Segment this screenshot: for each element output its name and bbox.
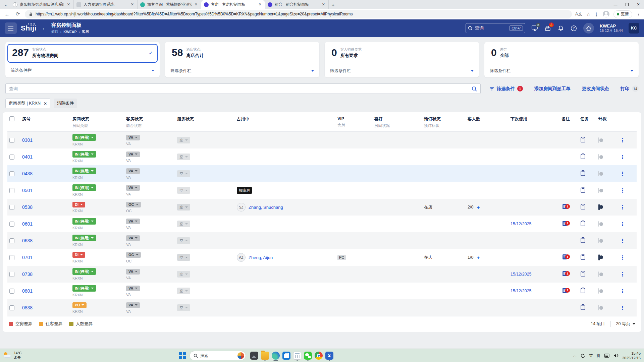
row-menu-icon[interactable]: ⋮	[620, 254, 634, 261]
tab-close-icon[interactable]: ✕	[321, 2, 326, 7]
room-number-link[interactable]: 0738	[22, 272, 72, 277]
task-clipboard-icon[interactable]	[580, 307, 586, 311]
app-calculator-icon[interactable]	[292, 349, 303, 362]
tab-close-icon[interactable]: ✕	[194, 2, 198, 7]
search-submit-icon[interactable]	[472, 86, 477, 92]
room-number-link[interactable]: 0438	[22, 171, 72, 176]
translate-icon[interactable]: A文	[575, 11, 583, 17]
notes-icon[interactable]: 2	[561, 223, 568, 228]
touch-keyboard-icon[interactable]	[604, 353, 609, 358]
room-number-link[interactable]: 0538	[22, 204, 72, 210]
task-clipboard-icon[interactable]	[580, 189, 586, 194]
notes-icon[interactable]: 1	[561, 290, 568, 295]
header-search-input[interactable]: 查询 Ctrl+/	[466, 23, 525, 33]
eco-toggle[interactable]	[598, 254, 600, 260]
row-menu-icon[interactable]: ⋮	[620, 271, 634, 278]
home-icon[interactable]	[583, 23, 594, 34]
row-menu-icon[interactable]: ⋮	[620, 305, 634, 311]
service-status-select[interactable]: 空	[177, 237, 190, 244]
housekeeping-status-badge[interactable]: VA	[126, 302, 140, 308]
hidden-icons-chevron[interactable]: ︿	[573, 353, 577, 358]
row-menu-icon[interactable]: ⋮	[620, 187, 634, 194]
speaker-icon[interactable]	[613, 353, 619, 358]
ime-language-indicator[interactable]: 英	[589, 353, 593, 358]
housekeeping-status-badge[interactable]: OC	[126, 202, 141, 207]
row-checkbox[interactable]	[9, 155, 14, 160]
stat-filter-bar[interactable]: 筛选条件栏	[170, 65, 315, 77]
row-checkbox[interactable]	[9, 222, 14, 227]
new-tab-button[interactable]: +	[329, 0, 337, 9]
browser-menu-icon[interactable]: ⋮	[636, 12, 641, 17]
browser-tab-1[interactable]: 贵阳机场智选假日酒店系统网址导✕	[10, 0, 74, 9]
row-checkbox[interactable]	[9, 188, 14, 193]
browser-profile-avatar[interactable]	[603, 11, 609, 17]
row-checkbox[interactable]	[9, 289, 14, 294]
notifications-bell-icon[interactable]	[557, 24, 565, 32]
row-checkbox[interactable]	[9, 238, 14, 243]
eco-toggle[interactable]	[598, 137, 599, 143]
url-bar[interactable]: https://cn1.web.ep.shiji.world/housekeep…	[25, 10, 572, 18]
tab-search-chevron-icon[interactable]: ⌄	[1, 0, 10, 9]
search-highlights-icon[interactable]	[237, 352, 244, 359]
room-type-filter-chip[interactable]: 房间类型 | KRXN ✕	[5, 99, 50, 108]
taskbar-clock[interactable]: 15:45 2025/12/15	[622, 351, 641, 361]
add-guest-icon[interactable]: +	[477, 204, 480, 210]
breadcrumb-section[interactable]: 客房	[82, 29, 89, 34]
breadcrumb-property[interactable]: KWEAP	[63, 30, 76, 34]
room-status-badge[interactable]: DI	[72, 202, 85, 207]
sync-icon[interactable]	[580, 353, 585, 358]
task-clipboard-icon[interactable]	[580, 156, 586, 161]
print-button[interactable]: 打印 14	[621, 85, 639, 92]
next-use-date[interactable]: 15/12/2025	[511, 272, 532, 277]
notes-icon[interactable]: 1	[561, 273, 568, 278]
chip-remove-icon[interactable]: ✕	[44, 101, 47, 106]
ime-mode-indicator[interactable]: 拼	[596, 353, 600, 358]
housekeeping-status-badge[interactable]: VA	[126, 185, 140, 191]
service-status-select[interactable]: 空	[177, 137, 190, 143]
eco-toggle[interactable]	[598, 221, 599, 227]
room-number-link[interactable]: 0701	[22, 255, 72, 260]
housekeeping-status-badge[interactable]: OC	[126, 252, 141, 258]
eco-toggle[interactable]	[598, 305, 599, 310]
back-icon[interactable]: ←	[3, 11, 11, 17]
housekeeping-status-badge[interactable]: VA	[126, 269, 140, 275]
app-edge-icon[interactable]	[270, 349, 281, 362]
cashier-icon[interactable]: 🔒	[544, 24, 551, 32]
room-status-badge[interactable]: IN (停用)	[72, 285, 96, 292]
start-button[interactable]	[178, 352, 186, 360]
service-status-select[interactable]: 空	[177, 187, 190, 194]
eco-toggle[interactable]	[598, 204, 600, 210]
bookmark-star-icon[interactable]: ☆	[586, 12, 590, 17]
service-status-select[interactable]: 空	[177, 271, 190, 278]
housekeeping-status-badge[interactable]: VA	[126, 235, 140, 241]
housekeeping-status-badge[interactable]: VA	[126, 152, 140, 157]
notes-icon[interactable]: 1	[561, 206, 568, 211]
window-close-button[interactable]: ✕	[633, 0, 644, 9]
room-status-badge[interactable]: PU	[72, 302, 87, 308]
room-number-link[interactable]: 0601	[22, 221, 72, 227]
row-checkbox[interactable]	[9, 205, 14, 210]
housekeeping-status-badge[interactable]: VA	[126, 135, 140, 140]
app-finance-icon[interactable]: ¥	[324, 349, 335, 362]
taskbar-weather-widget[interactable]: 14°C 多云	[0, 351, 21, 360]
select-all-checkbox[interactable]	[9, 116, 14, 121]
housekeeping-status-badge[interactable]: VA	[126, 286, 140, 291]
room-status-badge[interactable]: IN (停用)	[72, 184, 96, 191]
task-clipboard-icon[interactable]	[580, 173, 586, 177]
room-status-badge[interactable]: IN (停用)	[72, 168, 96, 174]
service-status-select[interactable]: 空	[177, 288, 190, 294]
guest-name-link[interactable]: Zhang, Shuchang	[249, 205, 283, 210]
app-file-explorer-icon[interactable]	[260, 349, 270, 362]
service-status-select[interactable]: 空	[177, 254, 190, 261]
page-size-select[interactable]: 20 每页	[616, 321, 635, 327]
browser-tab-4[interactable]: 客房 - 客房控制面板✕	[201, 0, 265, 9]
stat-card-toggle[interactable]: 58酒店状态离店合计	[167, 44, 317, 63]
row-checkbox[interactable]	[9, 138, 14, 143]
breadcrumb-hotel[interactable]: 酒店	[51, 29, 58, 34]
row-menu-icon[interactable]: ⋮	[620, 221, 634, 227]
browser-tab-5[interactable]: 前台 - 前台控制面板✕	[265, 0, 329, 9]
stat-card-toggle[interactable]: 0客人特殊要求所有要求	[327, 44, 477, 63]
app-photos-icon[interactable]	[249, 349, 260, 362]
room-number-link[interactable]: 0838	[22, 305, 72, 310]
room-number-link[interactable]: 0638	[22, 238, 72, 243]
